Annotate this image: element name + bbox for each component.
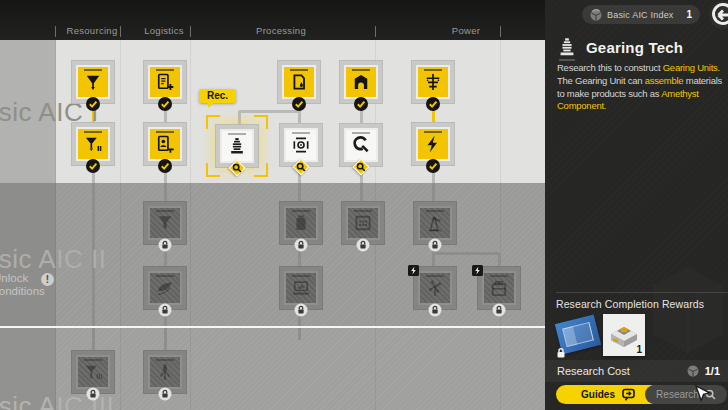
tech-title-subtext — [559, 59, 575, 61]
padlock-icon — [555, 345, 567, 357]
tech-node-funnel[interactable] — [143, 201, 187, 245]
checkmark-badge — [158, 97, 172, 111]
node-tile — [416, 65, 450, 99]
column-separator-line — [55, 40, 56, 410]
rewards-list: 1 — [555, 314, 645, 358]
node-tile — [76, 65, 110, 99]
node-tile — [284, 271, 318, 305]
tech-node-pylon[interactable] — [411, 60, 455, 104]
research-tree-screen: Rec. Basic AIC I Basic AIC II Unlock con… — [0, 0, 728, 410]
detail-panel: Basic AIC Index 1 Gearing Tech Research … — [545, 0, 728, 410]
checkmark-badge — [292, 97, 306, 111]
reward-machine[interactable]: 1 — [603, 314, 645, 356]
node-tile — [148, 271, 182, 305]
aic-index-badge[interactable]: Basic AIC Index 1 — [582, 5, 700, 24]
selection-bracket — [206, 163, 220, 177]
pylon-icon — [423, 72, 443, 92]
tech-node-gearing[interactable]: Rec. — [215, 124, 259, 168]
node-tile — [76, 127, 110, 161]
reward-count: 1 — [636, 344, 642, 355]
research-label: Research — [656, 389, 699, 400]
chat-bubble-icon — [622, 388, 635, 401]
checkmark-badge — [354, 97, 368, 111]
node-tile — [344, 128, 378, 162]
tier-divider-line — [0, 326, 545, 328]
column-separator — [375, 26, 376, 37]
aic-index-label: Basic AIC Index — [607, 10, 674, 20]
tech-node-drill3[interactable] — [71, 350, 115, 394]
connector-line — [433, 252, 499, 255]
tech-node-bolt[interactable] — [411, 122, 455, 166]
docplus-icon — [155, 72, 175, 92]
tech-node-panel[interactable] — [279, 266, 323, 310]
tech-node-rocket[interactable] — [143, 350, 187, 394]
gearing-unit-icon — [556, 36, 578, 58]
research-button[interactable]: Research — [645, 385, 727, 404]
node-tile — [284, 128, 318, 162]
section-divider — [556, 292, 728, 293]
tech-node-wing[interactable] — [143, 266, 187, 310]
mouse-cursor — [694, 385, 710, 405]
drill-icon — [83, 72, 103, 92]
connector-line — [238, 111, 241, 125]
doct-icon — [155, 134, 175, 154]
tech-node-press[interactable] — [279, 123, 323, 167]
node-tile — [482, 271, 516, 305]
locked-badge — [428, 238, 442, 252]
funnel-icon — [155, 213, 175, 233]
node-tile — [148, 355, 182, 389]
column-separator — [120, 26, 121, 37]
tech-node-windmill[interactable] — [413, 266, 457, 310]
checkmark-badge — [86, 97, 100, 111]
tech-node-docplus[interactable] — [143, 60, 187, 104]
top-header: ResourcingLogisticsProcessingPower — [0, 0, 545, 40]
back-arrow-icon[interactable] — [708, 0, 728, 30]
canister-icon — [291, 213, 311, 233]
checkmark-badge — [86, 159, 100, 173]
magnet-icon — [351, 135, 371, 155]
tech-node-drill2[interactable] — [71, 122, 115, 166]
reward-blueprint[interactable] — [555, 314, 601, 358]
drill3-icon — [83, 362, 103, 382]
research-cost-row: Research Cost 1/1 — [545, 360, 728, 382]
info-icon[interactable]: ! — [41, 273, 54, 286]
pump-icon — [425, 213, 445, 233]
tech-node-fuel[interactable] — [277, 60, 321, 104]
gearing-icon — [227, 136, 247, 156]
connector-line — [164, 183, 167, 201]
locked-badge — [356, 238, 370, 252]
checkmark-badge — [426, 159, 440, 173]
windmill-icon — [425, 278, 445, 298]
tech-node-battery[interactable] — [477, 266, 521, 310]
tech-node-canister[interactable] — [279, 201, 323, 245]
checkmark-badge — [158, 159, 172, 173]
node-tile — [148, 206, 182, 240]
tech-node-furnace[interactable] — [339, 60, 383, 104]
node-tile — [148, 127, 182, 161]
tech-node-magnet[interactable] — [339, 123, 383, 167]
node-tile — [76, 355, 110, 389]
locked-badge — [294, 303, 308, 317]
rocket-icon — [155, 362, 175, 382]
tech-node-doct[interactable] — [143, 122, 187, 166]
node-tile — [418, 271, 452, 305]
column-separator-line — [190, 40, 191, 410]
locked-badge — [158, 238, 172, 252]
tech-node-drill[interactable] — [71, 60, 115, 104]
column-label-resourcing: Resourcing — [66, 25, 117, 36]
locked-badge — [428, 303, 442, 317]
orb-icon — [687, 365, 699, 377]
node-tile — [220, 129, 254, 163]
tech-node-board[interactable] — [341, 201, 385, 245]
tech-node-pump[interactable] — [413, 201, 457, 245]
researchable-badge — [230, 161, 244, 175]
node-tile — [346, 206, 380, 240]
connector-line — [298, 183, 301, 201]
wing-icon — [155, 278, 175, 298]
locked-badge — [86, 387, 100, 401]
furnace-icon — [351, 72, 371, 92]
power-required-badge — [408, 262, 419, 273]
tech-tree: Rec. Basic AIC I Basic AIC II Unlock con… — [0, 0, 545, 410]
connector-line — [432, 183, 435, 201]
column-separator — [500, 26, 501, 37]
